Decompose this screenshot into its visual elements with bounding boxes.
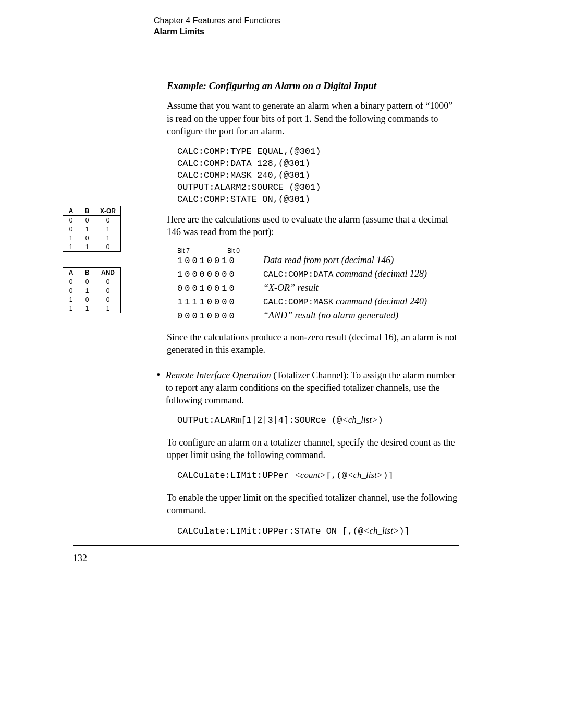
code-arg: <ch_list> bbox=[363, 526, 399, 536]
td: 0 bbox=[95, 277, 121, 287]
para-4: To enable the upper limit on the specifi… bbox=[167, 491, 459, 517]
bit-row: 11110000 CALC:COMP:MASK command (decimal… bbox=[177, 295, 459, 309]
td: 0 bbox=[63, 286, 79, 295]
bits: 11110000 bbox=[177, 297, 263, 309]
bullet-lead: Remote Interface Operation bbox=[166, 370, 271, 380]
section-line: Alarm Limits bbox=[154, 27, 532, 38]
td: 0 bbox=[79, 277, 95, 287]
td: 1 bbox=[63, 242, 79, 252]
code-arg: <ch_list> bbox=[342, 415, 377, 425]
bullet-dot-icon: • bbox=[156, 369, 161, 407]
result-paragraph: Since the calculations produce a non-zer… bbox=[167, 331, 459, 356]
td: 1 bbox=[79, 286, 95, 295]
td: 1 bbox=[79, 242, 95, 252]
footer-rule bbox=[73, 545, 459, 546]
td: 0 bbox=[79, 216, 95, 225]
bit-labels: Bit 7 Bit 0 bbox=[177, 246, 459, 254]
code-block-2: OUTPut:ALARm[1|2|3|4]:SOURce (@<ch_list>… bbox=[177, 414, 459, 427]
bit-desc: CALC:COMP:DATA command (decimal 128) bbox=[263, 267, 427, 281]
bullet-text: Remote Interface Operation (Totalizer Ch… bbox=[166, 369, 459, 407]
bit-desc: Data read from port (decimal 146) bbox=[263, 254, 394, 266]
bit-row: 00010000 “AND” result (no alarm generate… bbox=[177, 309, 459, 323]
td: 1 bbox=[79, 225, 95, 233]
td: 0 bbox=[95, 286, 121, 295]
code-post: )] bbox=[399, 526, 409, 536]
td: 0 bbox=[95, 242, 121, 252]
code-pre: CALCulate:LIMit:UPPer:STATe ON [,(@ bbox=[177, 526, 363, 536]
xor-table: A B X-OR 0 0 0 0 1 1 1 0 1 1 1 0 bbox=[63, 206, 121, 252]
code-post: )] bbox=[383, 471, 393, 480]
bit-desc: CALC:COMP:MASK command (decimal 240) bbox=[263, 295, 427, 309]
td: 0 bbox=[63, 216, 79, 225]
bit0-label: Bit 0 bbox=[227, 246, 240, 255]
bit-row: 10010010 Data read from port (decimal 14… bbox=[177, 254, 459, 267]
td: 0 bbox=[95, 295, 121, 304]
td: 0 bbox=[79, 295, 95, 304]
truth-tables: A B X-OR 0 0 0 0 1 1 1 0 1 1 1 0 bbox=[63, 206, 121, 329]
cmd: CALC:COMP:DATA bbox=[263, 270, 333, 279]
code-pre: OUTPut:ALARm[1|2|3|4]:SOURce (@ bbox=[177, 415, 342, 425]
code-mid: [,(@ bbox=[326, 471, 347, 480]
desc-text: command (decimal 128) bbox=[333, 268, 426, 279]
para-3: To configure an alarm on a totalizer cha… bbox=[167, 436, 459, 462]
td: 1 bbox=[95, 233, 121, 242]
main-content: Example: Configuring an Alarm on a Digit… bbox=[167, 79, 459, 538]
td: 1 bbox=[63, 233, 79, 242]
bit-row: 10000000 CALC:COMP:DATA command (decimal… bbox=[177, 267, 459, 281]
bullet-item: • Remote Interface Operation (Totalizer … bbox=[156, 369, 459, 407]
td: 0 bbox=[63, 277, 79, 287]
code-arg: <count> bbox=[294, 470, 326, 480]
chapter-line: Chapter 4 Features and Functions bbox=[154, 16, 532, 27]
th: AND bbox=[95, 268, 121, 277]
example-title: Example: Configuring an Alarm on a Digit… bbox=[167, 79, 459, 93]
th: A bbox=[63, 268, 79, 277]
calc-intro: Here are the calculations used to evalua… bbox=[167, 213, 459, 239]
bits: 00010000 bbox=[177, 311, 263, 323]
th: A bbox=[63, 206, 79, 216]
bit-desc: “AND” result (no alarm generated) bbox=[263, 309, 398, 322]
and-table: A B AND 0 0 0 0 1 0 1 0 0 1 1 1 bbox=[63, 267, 121, 313]
td: 0 bbox=[95, 216, 121, 225]
th: B bbox=[79, 268, 95, 277]
page-number: 132 bbox=[73, 553, 87, 564]
code-block-4: CALCulate:LIMit:UPPer:STATe ON [,(@<ch_l… bbox=[177, 525, 459, 538]
bit-row: 00010010 “X-OR” result bbox=[177, 281, 459, 295]
td: 1 bbox=[63, 295, 79, 304]
th: X-OR bbox=[95, 206, 121, 216]
page-header: Chapter 4 Features and Functions Alarm L… bbox=[154, 16, 532, 38]
td: 1 bbox=[63, 304, 79, 313]
bit7-label: Bit 7 bbox=[177, 246, 190, 255]
bits: 10000000 bbox=[177, 269, 263, 281]
bits: 10010010 bbox=[177, 255, 263, 267]
td: 0 bbox=[79, 233, 95, 242]
code-arg: <ch_list> bbox=[347, 470, 383, 480]
code-block-1: CALC:COMP:TYPE EQUAL,(@301) CALC:COMP:DA… bbox=[177, 146, 459, 206]
td: 1 bbox=[95, 225, 121, 233]
desc-text: command (decimal 240) bbox=[333, 296, 426, 306]
td: 0 bbox=[63, 225, 79, 233]
bits: 00010010 bbox=[177, 283, 263, 295]
intro-paragraph: Assume that you want to generate an alar… bbox=[167, 100, 459, 138]
page: Chapter 4 Features and Functions Alarm L… bbox=[0, 0, 563, 728]
th: B bbox=[79, 206, 95, 216]
code-pre: CALCulate:LIMit:UPPer bbox=[177, 471, 294, 480]
td: 1 bbox=[79, 304, 95, 313]
code-post: ) bbox=[378, 415, 383, 425]
cmd: CALC:COMP:MASK bbox=[263, 298, 333, 307]
td: 1 bbox=[95, 304, 121, 313]
code-block-3: CALCulate:LIMit:UPPer <count>[,(@<ch_lis… bbox=[177, 470, 459, 482]
bit-calculation: Bit 7 Bit 0 10010010 Data read from port… bbox=[177, 246, 459, 323]
bit-desc: “X-OR” result bbox=[263, 281, 319, 294]
